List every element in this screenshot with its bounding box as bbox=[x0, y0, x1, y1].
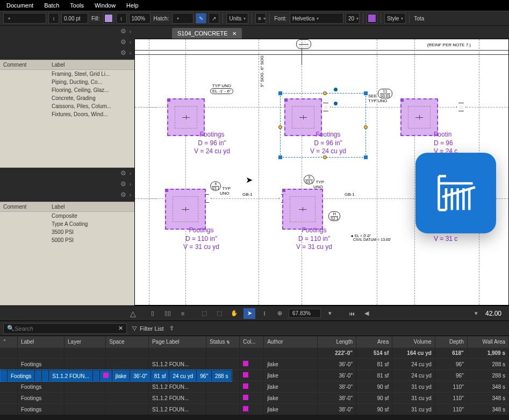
column-header[interactable]: Space bbox=[106, 336, 149, 348]
rotate-handle[interactable] bbox=[334, 102, 338, 105]
footing-markup[interactable] bbox=[282, 189, 323, 230]
style-menu-dropdown[interactable]: Style bbox=[384, 13, 406, 24]
gear-icon[interactable]: ⚙ bbox=[120, 169, 126, 177]
column-header[interactable]: Length bbox=[317, 336, 356, 348]
column-header[interactable]: Col... bbox=[240, 336, 264, 348]
list-item[interactable]: Fixtures, Doors, Wind... bbox=[0, 110, 134, 118]
menu-tools[interactable]: Tools bbox=[70, 2, 84, 9]
arc-icon[interactable]: ↗ bbox=[209, 13, 219, 24]
column-header[interactable]: Depth bbox=[435, 336, 467, 348]
table-row[interactable]: FootingsS1.1.2 FOUN...jlake36'-0"81 sf24… bbox=[0, 369, 232, 382]
font-dropdown[interactable]: Helvetica bbox=[290, 13, 343, 24]
zoom-icon[interactable]: ⊕ bbox=[274, 308, 285, 319]
prev-page-icon[interactable]: ◀ bbox=[361, 308, 372, 319]
zoom-dropdown-icon[interactable]: ▾ bbox=[324, 308, 336, 319]
menu-batch[interactable]: Batch bbox=[44, 2, 59, 9]
style-dropdown[interactable] bbox=[3, 13, 46, 24]
column-header[interactable]: Page Label bbox=[148, 336, 206, 348]
pan-icon[interactable]: ✋ bbox=[228, 308, 240, 319]
dropdown-icon[interactable]: ▾ bbox=[470, 308, 482, 319]
app-logo-badge bbox=[415, 153, 496, 233]
list-item[interactable]: Piping, Ducting, Co... bbox=[0, 78, 134, 86]
list-item[interactable]: Caissons, Piles, Colum... bbox=[0, 102, 134, 110]
hatch-label: Hatch: bbox=[154, 16, 169, 22]
gear-icon[interactable]: ⚙ bbox=[120, 38, 126, 46]
arrow-up-down-icon[interactable]: ↕ bbox=[48, 13, 59, 24]
select-icon[interactable]: ➤ bbox=[243, 308, 255, 319]
zoom-field[interactable]: 67.83% bbox=[289, 309, 321, 318]
close-icon[interactable]: ✕ bbox=[232, 31, 236, 37]
text-color-swatch[interactable] bbox=[367, 13, 377, 24]
filter-icon: ▽ bbox=[132, 325, 137, 332]
footing-markup[interactable] bbox=[400, 98, 438, 136]
table-row[interactable]: FootingsS1.1.2 FOUN...jlake36'-0"81 sf24… bbox=[0, 359, 509, 370]
column-header[interactable]: Wall Area bbox=[467, 336, 508, 348]
column-header[interactable]: Area bbox=[356, 336, 392, 348]
first-page-icon[interactable]: ⏮ bbox=[346, 308, 357, 319]
gear-icon[interactable]: ⚙ bbox=[120, 27, 126, 35]
stroke-size-field[interactable]: 0.00 pt bbox=[61, 13, 88, 24]
continuous-icon[interactable]: ≡ bbox=[177, 308, 189, 319]
column-header[interactable]: Volume bbox=[392, 336, 435, 348]
filter-button[interactable]: ▽ Filter List bbox=[132, 325, 164, 332]
chevron-right-icon[interactable]: › bbox=[130, 192, 131, 198]
fill-color-swatch[interactable] bbox=[103, 13, 114, 24]
single-page-icon[interactable]: ▯ bbox=[147, 308, 159, 319]
two-page-icon[interactable]: ▯▯ bbox=[162, 308, 174, 319]
text-select-icon[interactable]: I bbox=[259, 308, 270, 319]
clear-icon[interactable]: ✕ bbox=[118, 325, 123, 332]
chevron-right-icon[interactable]: › bbox=[130, 170, 131, 176]
column-header[interactable]: Author bbox=[264, 336, 318, 348]
list-item[interactable]: Flooring, Ceiling, Glaz... bbox=[0, 86, 134, 94]
chevron-right-icon[interactable]: › bbox=[130, 181, 131, 187]
list-item[interactable]: 5000 PSI bbox=[0, 236, 134, 244]
triangle-icon[interactable]: △ bbox=[130, 309, 136, 318]
opacity-updown-icon[interactable]: ↕ bbox=[116, 13, 127, 24]
reinf-note: (REINF PER NOTE 7.) bbox=[427, 42, 471, 47]
column-header[interactable]: Label bbox=[17, 336, 64, 348]
gear-icon[interactable]: ⚙ bbox=[120, 180, 126, 188]
footing-markup[interactable] bbox=[165, 189, 206, 230]
table-row[interactable]: FootingsS1.1.2 FOUN...jlake38'-0"90 sf31… bbox=[0, 404, 509, 415]
left-panel: ⚙› ⚙› ⚙› CommentLabel Framing, Steel, Gr… bbox=[0, 26, 134, 305]
column-header[interactable]: ˄ bbox=[0, 336, 17, 348]
hatch-dropdown[interactable] bbox=[172, 13, 193, 24]
cursor-icon: ➤ bbox=[246, 175, 253, 185]
fill-label: Fill: bbox=[91, 16, 100, 22]
search-input[interactable]: 🔍 ✕ bbox=[3, 323, 127, 334]
column-header[interactable]: Status ⇅ bbox=[206, 336, 240, 348]
chevron-right-icon[interactable]: › bbox=[130, 29, 131, 34]
font-size-dropdown[interactable]: 20 bbox=[346, 13, 360, 24]
gear-icon[interactable]: ⚙ bbox=[120, 191, 126, 198]
export-icon[interactable]: ⇪ bbox=[169, 325, 174, 332]
takeoff-icon bbox=[432, 169, 480, 217]
list-item[interactable]: Type A Coating bbox=[0, 220, 134, 228]
search-icon: 🔍 bbox=[7, 325, 15, 332]
column-header[interactable]: Layer bbox=[64, 336, 106, 348]
table-row[interactable]: FootingsS1.1.2 FOUN...jlake38'-0"90 sf31… bbox=[0, 393, 509, 404]
menu-document[interactable]: Document bbox=[6, 2, 33, 9]
list-item[interactable]: 3500 PSI bbox=[0, 228, 134, 236]
list-item[interactable]: Concrete, Grading bbox=[0, 94, 134, 102]
highlighter-icon[interactable]: ✎ bbox=[196, 13, 206, 24]
fit-page-icon[interactable]: ⬚ bbox=[213, 308, 225, 319]
menu-window[interactable]: Window bbox=[95, 2, 116, 9]
search-field[interactable] bbox=[15, 325, 118, 332]
list-item[interactable]: Composite bbox=[0, 212, 134, 220]
units-dropdown[interactable]: Units bbox=[226, 13, 248, 24]
view-toolbar: △ ▯ ▯▯ ≡ ⬚ ⬚ ✋ ➤ I ⊕ 67.83% ▾ ⏮ ◀ ▾ 42.0… bbox=[0, 305, 509, 321]
align-dropdown[interactable]: ≡ bbox=[255, 13, 266, 24]
chevron-up-icon[interactable]: ˄ bbox=[3, 339, 6, 345]
chevron-right-icon[interactable]: › bbox=[130, 50, 131, 56]
gear-icon[interactable]: ⚙ bbox=[120, 49, 126, 56]
rotate-handle[interactable] bbox=[334, 88, 338, 91]
fit-width-icon[interactable]: ⬚ bbox=[198, 308, 210, 319]
opacity-field[interactable]: 100% bbox=[129, 13, 150, 24]
chevron-right-icon[interactable]: › bbox=[130, 39, 131, 45]
grid-bubble: G bbox=[456, 103, 466, 111]
sog-label: 5" SOG. 6" SOG bbox=[260, 55, 264, 87]
list-item[interactable]: Framing, Steel, Grid Li... bbox=[0, 70, 134, 78]
table-row[interactable]: FootingsS1.1.2 FOUN...jlake38'-0"90 sf31… bbox=[0, 381, 509, 393]
tab-document[interactable]: S104_CONCRETE ✕ bbox=[172, 28, 242, 39]
menu-help[interactable]: Help bbox=[126, 2, 139, 9]
